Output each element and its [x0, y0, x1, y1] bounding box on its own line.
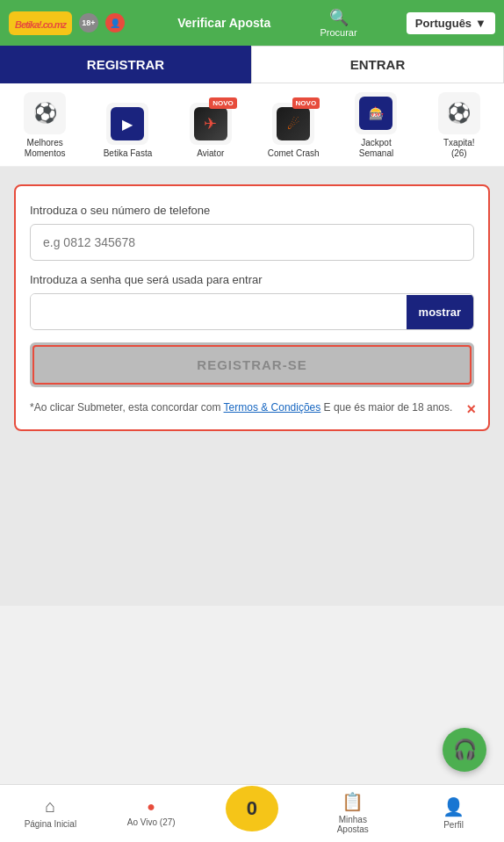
profile-icon: 👤 [443, 796, 464, 817]
terms-text: *Ao clicar Submeter, esta concordar com … [30, 399, 474, 415]
my-bets-icon: 📋 [342, 791, 364, 812]
nav-profile[interactable]: 👤 Perfil [428, 796, 480, 830]
betslip-count: 0 [247, 797, 257, 820]
jackpot-semanal-icon: 🎰 [359, 97, 392, 130]
nav-my-bets[interactable]: 📋 MinhasApostas [327, 791, 379, 834]
aviator-icon-box: NOVO ✈ [190, 103, 232, 145]
melhores-momentos-icon-box: ⚽ [24, 92, 66, 134]
comet-crash-novo-badge: NOVO [292, 97, 320, 109]
nav-home[interactable]: ⌂ Página Inicial [24, 796, 76, 829]
comet-crash-label: Comet Crash [268, 148, 320, 159]
quick-nav: ⚽ MelhoresMomentos ▶ Betika Fasta NOVO ✈… [0, 83, 504, 167]
phone-input[interactable] [30, 224, 474, 261]
terms-prefix: *Ao clicar Submeter, esta concordar com [30, 401, 224, 414]
language-label: Português [415, 17, 472, 30]
header-left: Betika!.co.mz 18+ 👤 [9, 11, 128, 35]
comet-crash-icon-box: NOVO ☄ [272, 103, 314, 145]
show-password-button[interactable]: mostrar [407, 295, 473, 329]
logo[interactable]: Betika!.co.mz [9, 11, 72, 35]
nav-betslip[interactable]: 0 [226, 786, 278, 831]
my-bets-label: MinhasApostas [337, 815, 369, 834]
language-button[interactable]: Português ▼ [407, 12, 495, 34]
main-content: Introduza o seu número de telefone Intro… [0, 167, 504, 606]
verified-icon: 👤 [105, 13, 125, 32]
nav-item-melhores-momentos[interactable]: ⚽ MelhoresMomentos [14, 92, 76, 159]
home-label: Página Inicial [25, 819, 76, 829]
bottom-nav: ⌂ Página Inicial ● Ao Vivo (27) 0 📋 Minh… [0, 784, 504, 842]
registration-form-card: Introduza o seu número de telefone Intro… [14, 184, 490, 431]
search-button[interactable]: 🔍 Procurar [320, 8, 356, 38]
header: Betika!.co.mz 18+ 👤 Verificar Aposta 🔍 P… [0, 0, 504, 46]
nav-live[interactable]: ● Ao Vivo (27) [125, 799, 177, 827]
profile-label: Perfil [443, 820, 464, 830]
password-field-wrap: mostrar [30, 293, 474, 330]
txapita-icon-box: ⚽ [438, 92, 480, 134]
home-icon: ⌂ [45, 796, 55, 817]
search-icon: 🔍 [329, 8, 349, 27]
nav-item-aviator[interactable]: NOVO ✈ Aviator [180, 103, 241, 159]
betika-fasta-icon: ▶ [111, 107, 144, 140]
register-submit-button[interactable]: REGISTRAR-SE [32, 345, 472, 385]
auth-tab-bar: REGISTRAR ENTRAR [0, 46, 504, 83]
password-input[interactable] [31, 294, 407, 329]
aviator-label: Aviator [197, 148, 224, 159]
comet-crash-icon: ☄ [277, 107, 310, 140]
soccer-icon: ⚽ [33, 102, 57, 125]
txapita-icon: ⚽ [447, 102, 471, 125]
register-tab[interactable]: REGISTRAR [0, 46, 251, 83]
nav-item-betika-fasta[interactable]: ▶ Betika Fasta [97, 103, 158, 159]
register-btn-wrap: REGISTRAR-SE [30, 342, 474, 387]
jackpot-icon-box: 🎰 [355, 92, 397, 134]
txapita-label: Txapita!(26) [443, 138, 475, 159]
live-icon: ● [147, 799, 155, 815]
logo-text: Betika! [15, 19, 41, 30]
logo-sub: .co.mz [41, 19, 66, 30]
terms-link[interactable]: Termos & Condições [224, 401, 321, 414]
melhores-momentos-label: MelhoresMomentos [25, 138, 66, 159]
headset-icon: 🎧 [453, 738, 477, 761]
verify-aposta-label: Verificar Aposta [177, 16, 270, 30]
chevron-down-icon: ▼ [475, 17, 486, 30]
nav-item-comet-crash[interactable]: NOVO ☄ Comet Crash [263, 103, 324, 159]
live-label: Ao Vivo (27) [127, 817, 176, 827]
phone-label: Introduza o seu número de telefone [30, 204, 474, 217]
betika-fasta-icon-box: ▶ [106, 103, 148, 145]
terms-suffix: E que és maior de 18 anos. [320, 401, 452, 414]
nav-item-txapita[interactable]: ⚽ Txapita!(26) [428, 92, 490, 159]
aviator-novo-badge: NOVO [209, 97, 237, 109]
aviator-icon: ✈ [194, 107, 227, 140]
support-button[interactable]: 🎧 [443, 728, 486, 772]
jackpot-semanal-label: JackpotSemanal [359, 138, 393, 159]
betika-fasta-label: Betika Fasta [104, 148, 153, 159]
close-button[interactable]: × [466, 400, 476, 419]
nav-item-jackpot-semanal[interactable]: 🎰 JackpotSemanal [345, 92, 407, 159]
age-badge: 18+ [79, 13, 98, 32]
search-label: Procurar [320, 27, 356, 38]
login-tab[interactable]: ENTRAR [251, 46, 504, 83]
password-label: Introduza a senha que será usada para en… [30, 273, 474, 286]
